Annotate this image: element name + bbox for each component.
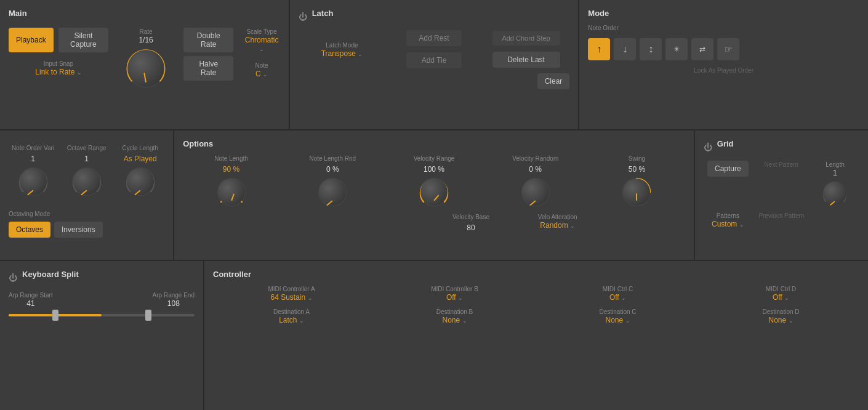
velocity-range-label: Velocity Range (414, 155, 455, 163)
swing-knob[interactable] (621, 176, 653, 208)
velocity-random-label: Velocity Random (512, 155, 558, 163)
velocity-base-container: Velocity Base 80 (430, 213, 512, 232)
swing-value: 50 % (629, 165, 645, 174)
dest-a-value[interactable]: Latch ⌄ (213, 316, 370, 324)
swing-knob-container: Swing 50 % (589, 155, 685, 208)
inversions-button[interactable]: Inversions (54, 222, 103, 238)
next-pattern-label[interactable]: Next Pattern (757, 161, 806, 169)
lock-as-played-label[interactable]: Lock As Played Order (588, 66, 859, 74)
midi-ctrl-c-label: MIDI Ctrl C (539, 285, 696, 293)
controller-title: Controller (213, 270, 859, 279)
note-order-vari-knob[interactable] (17, 166, 49, 198)
velo-alteration-value[interactable]: Random ⌄ (516, 221, 598, 230)
velo-alteration-container: Velo Alteration Random ⌄ (516, 213, 598, 232)
latch-mode-label: Latch Mode (299, 41, 386, 49)
patterns-label: Patterns (704, 212, 752, 220)
dest-a-label: Destination A (213, 308, 370, 316)
octave-range-value: 1 (84, 155, 89, 163)
midi-ctrl-a-value[interactable]: 64 Sustain ⌄ (213, 293, 370, 302)
length-label: Length (811, 161, 859, 169)
previous-pattern-label[interactable]: Previous Pattern (757, 212, 806, 220)
dest-b-value[interactable]: None ⌄ (376, 316, 533, 324)
velocity-range-value: 100 % (424, 165, 444, 174)
cycle-length-knob[interactable] (124, 166, 156, 198)
midi-ctrl-c-container: MIDI Ctrl C Off ⌄ (539, 285, 696, 302)
keyboard-split-power-icon[interactable]: ⏻ (9, 273, 17, 283)
latch-panel: ⏻ Latch Latch Mode Transpose ⌄ Add Rest … (290, 0, 579, 129)
dest-b-container: Destination B None ⌄ (376, 308, 533, 324)
options-title: Options (183, 139, 685, 148)
cycle-length-value: As Played (124, 155, 157, 163)
dest-d-value[interactable]: None ⌄ (702, 316, 859, 324)
latch-mode-value[interactable]: Transpose ⌄ (299, 49, 386, 58)
note-length-knob[interactable] (215, 176, 247, 208)
controller-panel: Controller MIDI Controller A 64 Sustain … (204, 261, 868, 410)
octave-range-label: Octave Range (67, 144, 106, 152)
dest-a-container: Destination A Latch ⌄ (213, 308, 370, 324)
note-length-rnd-knob[interactable] (316, 176, 348, 208)
midi-ctrl-c-value[interactable]: Off ⌄ (539, 293, 696, 302)
patterns-value[interactable]: Custom ⌄ (704, 220, 752, 228)
grid-title: Grid (717, 139, 734, 148)
midi-ctrl-b-label: MIDI Controller B (376, 285, 533, 293)
playback-button[interactable]: Playback (9, 28, 54, 52)
velo-alteration-label: Velo Alteration (516, 213, 598, 221)
velocity-random-value: 0 % (529, 165, 542, 174)
note-order-asterisk-button[interactable]: ✳ (665, 38, 688, 60)
rate-label: Rate (140, 28, 153, 36)
dest-c-label: Destination C (539, 308, 696, 316)
note-order-up-button[interactable]: ↑ (588, 38, 610, 60)
scale-type-value[interactable]: Chromatic ⌄ (243, 36, 279, 53)
note-order-down-button[interactable]: ↓ (614, 38, 636, 60)
keyboard-split-slider[interactable] (9, 314, 195, 316)
velocity-random-knob-container: Velocity Random 0 % (487, 155, 584, 208)
octaves-button[interactable]: Octaves (9, 222, 50, 238)
note-order-hand-button[interactable]: ☞ (717, 38, 739, 60)
dest-d-label: Destination D (702, 308, 859, 316)
note-order-vari-knob-container: Note Order Vari 1 (9, 144, 57, 198)
halve-rate-button[interactable]: Halve Rate (183, 56, 233, 81)
arp-range-end-value: 108 (153, 299, 195, 308)
note-order-shuffle-button[interactable]: ⇄ (691, 38, 713, 60)
length-value: 1 (811, 169, 859, 177)
velocity-random-knob[interactable] (520, 176, 552, 208)
latch-power-icon[interactable]: ⏻ (299, 12, 307, 22)
note-length-rnd-knob-container: Note Length Rnd 0 % (284, 155, 381, 208)
midi-ctrl-b-value[interactable]: Off ⌄ (376, 293, 533, 302)
note-order-updown-button[interactable]: ↕ (640, 38, 662, 60)
keyboard-split-panel: ⏻ Keyboard Split Arp Range Start 41 Arp … (0, 261, 203, 410)
swing-label: Swing (629, 155, 645, 163)
mode-title: Mode (588, 9, 859, 18)
rate-knob[interactable] (124, 47, 167, 90)
capture-button[interactable]: Capture (707, 161, 749, 177)
delete-last-button[interactable]: Delete Last (492, 52, 560, 68)
latch-title: Latch (312, 9, 334, 18)
add-tie-button[interactable]: Add Tie (406, 52, 462, 68)
dest-c-value[interactable]: None ⌄ (539, 316, 696, 324)
grid-power-icon[interactable]: ⏻ (704, 142, 712, 152)
dest-b-label: Destination B (376, 308, 533, 316)
note-length-rnd-value: 0 % (326, 165, 339, 174)
double-rate-button[interactable]: Double Rate (183, 28, 233, 52)
arp-range-start-thumb[interactable] (52, 310, 58, 321)
add-rest-button[interactable]: Add Rest (406, 30, 462, 46)
velocity-range-knob[interactable] (418, 176, 450, 208)
clear-button[interactable]: Clear (537, 73, 570, 89)
add-chord-step-button[interactable]: Add Chord Step (492, 31, 560, 46)
length-knob[interactable] (821, 180, 848, 207)
input-snap-value[interactable]: Link to Rate ⌄ (9, 68, 108, 76)
scale-type-label: Scale Type (243, 28, 279, 36)
octave-range-knob[interactable] (71, 166, 103, 198)
cycle-length-label: Cycle Length (122, 144, 158, 152)
silent-capture-button[interactable]: Silent Capture (58, 28, 108, 52)
arp-range-end-label: Arp Range End (153, 291, 195, 299)
midi-ctrl-d-value[interactable]: Off ⌄ (702, 293, 859, 302)
arp-range-start-value: 41 (9, 299, 53, 308)
note-value[interactable]: C ⌄ (243, 70, 279, 78)
left-options-panel: Note Order Vari 1 Octave Range 1 (0, 131, 173, 260)
grid-panel: ⏻ Grid Capture Next Pattern Length 1 (695, 131, 868, 260)
arp-range-end-thumb[interactable] (145, 310, 151, 321)
main-title: Main (9, 9, 280, 18)
octave-range-knob-container: Octave Range 1 (62, 144, 111, 198)
note-label: Note (243, 62, 279, 70)
